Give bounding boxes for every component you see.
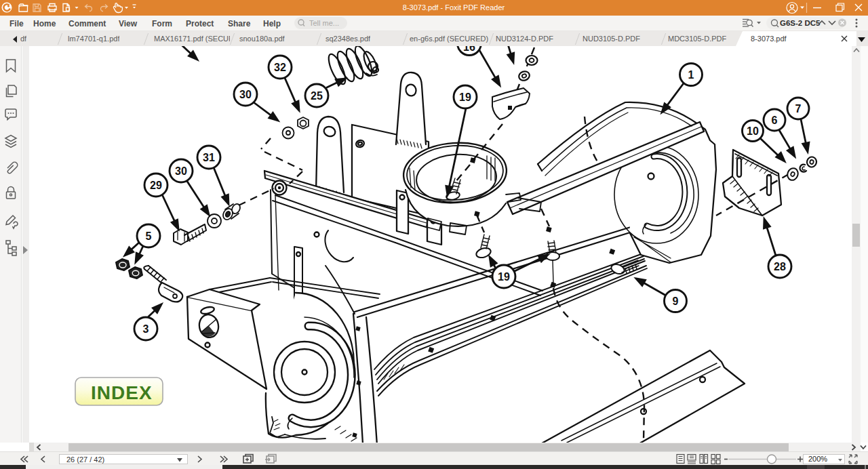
svg-text:6: 6 xyxy=(772,115,778,126)
svg-text:30: 30 xyxy=(239,89,252,100)
svg-text:29: 29 xyxy=(150,180,162,191)
svg-text:25: 25 xyxy=(311,90,323,102)
svg-text:19: 19 xyxy=(459,91,471,103)
svg-text:31: 31 xyxy=(203,152,215,163)
svg-text:30: 30 xyxy=(175,165,187,177)
svg-text:32: 32 xyxy=(274,62,286,73)
svg-text:INDEX: INDEX xyxy=(91,382,153,403)
svg-text:19: 19 xyxy=(498,271,510,283)
svg-text:G6S-2 DC5: G6S-2 DC5 xyxy=(780,19,821,27)
svg-text:7: 7 xyxy=(795,103,802,115)
svg-text:9: 9 xyxy=(673,295,679,307)
svg-text:1: 1 xyxy=(688,69,694,81)
svg-text:5: 5 xyxy=(146,230,152,242)
svg-text:28: 28 xyxy=(774,261,786,272)
svg-text:10: 10 xyxy=(747,125,759,137)
svg-text:16: 16 xyxy=(463,46,475,53)
svg-text:3: 3 xyxy=(143,323,149,335)
